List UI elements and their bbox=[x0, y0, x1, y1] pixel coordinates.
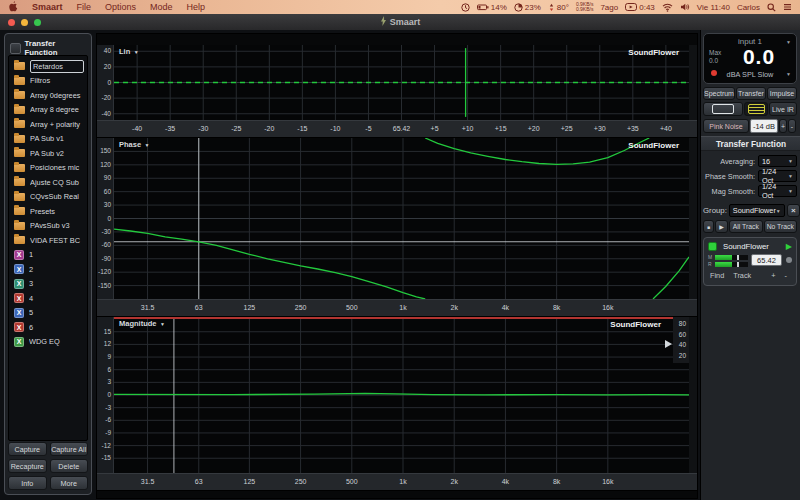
find-button[interactable]: Find bbox=[710, 271, 724, 280]
sidebar-button-capture[interactable]: Capture bbox=[8, 442, 47, 456]
status-0-9kb-s[interactable]: 0.9KB/s0.9KB/s bbox=[576, 2, 594, 13]
generator-level-field[interactable]: -14 dB bbox=[750, 119, 778, 133]
rta-view-button[interactable] bbox=[703, 102, 743, 116]
sidebar-item-filtros[interactable]: Filtros bbox=[9, 74, 87, 89]
status-battery-icon[interactable]: 14% bbox=[477, 3, 507, 12]
track-status-dot bbox=[786, 257, 792, 263]
y-tick-label: -60 bbox=[102, 241, 111, 248]
status-pie-icon[interactable]: 23% bbox=[514, 3, 541, 12]
control-dropdown-phase-smooth[interactable]: 1/24 Oct▼ bbox=[758, 170, 797, 182]
group-dropdown[interactable]: SoundFlower ▼ bbox=[729, 204, 785, 217]
sidebar-item-6[interactable]: X6 bbox=[9, 320, 87, 335]
status-wifi-icon[interactable] bbox=[662, 3, 673, 12]
track-button[interactable]: Track bbox=[733, 271, 751, 280]
live-ir-button[interactable]: Live IR bbox=[769, 102, 797, 116]
impulse-scale-dropdown[interactable]: Lin ▼ bbox=[119, 47, 139, 56]
level-down-button[interactable]: - bbox=[788, 119, 796, 133]
sidebar-button-more[interactable]: More bbox=[50, 476, 89, 490]
sidebar-item-cqvssub-real[interactable]: CQvsSub Real bbox=[9, 190, 87, 205]
sidebar-item-vida-fest-bc[interactable]: VIDA FEST BC bbox=[9, 233, 87, 248]
meter-mode-selector[interactable]: dBA SPL Slow bbox=[727, 70, 774, 79]
sidebar-header-icon[interactable] bbox=[10, 43, 21, 54]
play-button[interactable]: ▶ bbox=[715, 220, 728, 233]
transfer-mode-button[interactable]: Transfer bbox=[736, 87, 766, 100]
menu-item-mode[interactable]: Mode bbox=[150, 2, 173, 12]
sidebar-item-posiciones-mic[interactable]: Posiciones mic bbox=[9, 161, 87, 176]
sidebar-button-info[interactable]: Info bbox=[8, 476, 47, 490]
pink-noise-button[interactable]: Pink Noise bbox=[703, 119, 749, 133]
sidebar-item-5[interactable]: X5 bbox=[9, 306, 87, 321]
sidebar-item-pa-sub-v2[interactable]: PA Sub v2 bbox=[9, 146, 87, 161]
x-tick-label: -25 bbox=[231, 125, 241, 132]
app-bolt-icon bbox=[380, 16, 387, 26]
sidebar-item-ajuste-cq-sub[interactable]: Ajuste CQ Sub bbox=[9, 175, 87, 190]
sidebar-button-delete[interactable]: Delete bbox=[50, 459, 89, 473]
magnitude-scale-dropdown[interactable]: Magnitude ▼ bbox=[119, 319, 165, 328]
menu-item-options[interactable]: Options bbox=[105, 2, 136, 12]
sidebar-item-label: PAvsSub v3 bbox=[30, 221, 87, 230]
window-titlebar[interactable]: Smaart bbox=[0, 14, 800, 31]
status-throughput: 0.9KB/s0.9KB/s bbox=[576, 2, 594, 13]
trace-label-soundflower: SoundFlower bbox=[610, 320, 661, 329]
sidebar-item-2[interactable]: X2 bbox=[9, 262, 87, 277]
track-active-indicator[interactable] bbox=[708, 242, 717, 251]
delay-value-field[interactable]: 65.42 bbox=[751, 254, 782, 266]
spectrum-mode-button[interactable]: Spectrum bbox=[703, 87, 735, 100]
no-track-button[interactable]: No Track bbox=[764, 220, 798, 233]
sidebar-item-presets[interactable]: Presets bbox=[9, 204, 87, 219]
folder-icon bbox=[14, 106, 25, 114]
status-updown-icon[interactable]: 80° bbox=[548, 3, 569, 12]
impulse-mode-button[interactable]: Impulse bbox=[767, 87, 797, 100]
chevron-down-icon[interactable]: ▼ bbox=[786, 71, 791, 77]
transfer-view-button[interactable] bbox=[744, 102, 768, 116]
stop-button[interactable]: ■ bbox=[703, 220, 714, 233]
control-dropdown-mag-smooth[interactable]: 1/24 Oct▼ bbox=[758, 185, 797, 197]
menu-item-smaart[interactable]: Smaart bbox=[32, 2, 63, 12]
x-tick-label: 125 bbox=[244, 478, 256, 485]
sidebar-item-array-8-degree[interactable]: Array 8 degree bbox=[9, 103, 87, 118]
menu-item-file[interactable]: File bbox=[77, 2, 92, 12]
sidebar-item-label: Presets bbox=[30, 207, 87, 216]
status-speaker-icon[interactable] bbox=[680, 3, 690, 11]
level-up-button[interactable]: + bbox=[779, 119, 787, 133]
magnitude-plot[interactable]: Magnitude ▼SoundFlower bbox=[114, 317, 689, 473]
sidebar-item-label: CQvsSub Real bbox=[30, 192, 87, 201]
sidebar-button-capture-all[interactable]: Capture All bbox=[50, 442, 89, 456]
phase-scale-dropdown[interactable]: Phase ▼ bbox=[119, 140, 149, 149]
impulse-plot[interactable]: Lin ▼SoundFlower bbox=[114, 45, 689, 120]
sidebar-item-pa-sub-v1[interactable]: PA Sub v1 bbox=[9, 132, 87, 147]
sidebar-item-retardos[interactable]: Retardos bbox=[9, 59, 87, 74]
status-vie-11-40[interactable]: Vie 11:40 bbox=[697, 3, 730, 12]
sidebar-item-label: Array 0degrees bbox=[30, 91, 87, 100]
sidebar-item-wdg-eq[interactable]: XWDG EQ bbox=[9, 335, 87, 350]
status-7ago[interactable]: 7ago bbox=[600, 3, 618, 12]
status-carlos[interactable]: Carlos bbox=[737, 3, 760, 12]
sidebar-item-4[interactable]: X4 bbox=[9, 291, 87, 306]
control-label: Averaging: bbox=[703, 157, 758, 166]
delay-minus-button[interactable]: - bbox=[785, 271, 787, 280]
group-manager-wrench-icon[interactable]: × bbox=[787, 204, 800, 217]
sidebar-item-pavssub-v3[interactable]: PAvsSub v3 bbox=[9, 219, 87, 234]
coherence-pointer-icon[interactable] bbox=[665, 340, 672, 348]
status-play-badge-icon[interactable]: 0:43 bbox=[625, 3, 655, 12]
sidebar-item-3[interactable]: X3 bbox=[9, 277, 87, 292]
control-dropdown-averaging[interactable]: 16▼ bbox=[758, 155, 797, 167]
y-tick-label: 60 bbox=[104, 188, 111, 195]
coherence-tick-label: 60 bbox=[679, 331, 686, 338]
all-track-button[interactable]: All Track bbox=[729, 220, 763, 233]
status-clock-icon[interactable] bbox=[461, 3, 470, 12]
status-search-icon[interactable] bbox=[767, 3, 776, 12]
menu-item-help[interactable]: Help bbox=[187, 2, 206, 12]
sidebar-item-array-polarity[interactable]: Array + polarity bbox=[9, 117, 87, 132]
phase-plot[interactable]: Phase ▼SoundFlower bbox=[114, 138, 689, 299]
status-list-icon[interactable] bbox=[783, 3, 792, 11]
phase-trace-tail bbox=[653, 257, 689, 299]
apple-menu[interactable] bbox=[9, 1, 18, 14]
delay-plus-button[interactable]: + bbox=[771, 271, 775, 280]
track-play-icon[interactable]: ▶ bbox=[786, 243, 792, 251]
sidebar-item-label: 2 bbox=[29, 265, 87, 274]
sidebar-button-recapture[interactable]: Recapture bbox=[8, 459, 47, 473]
sidebar-item-1[interactable]: X1 bbox=[9, 248, 87, 263]
x-tick-label: 250 bbox=[295, 478, 307, 485]
sidebar-item-array-0degrees[interactable]: Array 0degrees bbox=[9, 88, 87, 103]
